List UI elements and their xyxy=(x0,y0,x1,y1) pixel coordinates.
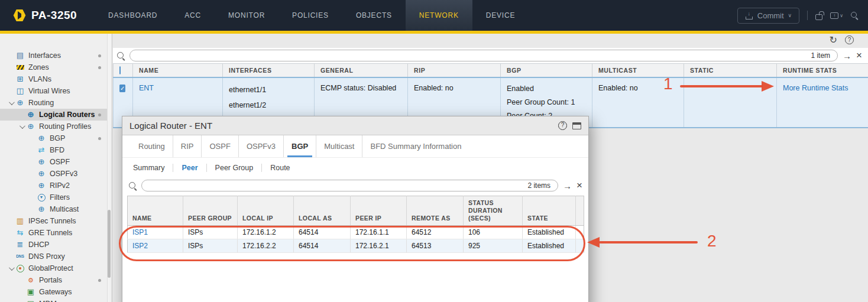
col-header-local-ip[interactable]: LOCAL IP xyxy=(238,196,294,226)
subtab-summary[interactable]: Summary xyxy=(133,164,173,172)
chevron-down-icon[interactable] xyxy=(6,101,15,105)
filter-input[interactable] xyxy=(136,51,811,60)
status-duration-cell: 106 xyxy=(464,226,523,239)
sidebar-item-virtual-wires[interactable]: ◫ Virtual Wires xyxy=(0,85,108,97)
col-header-name[interactable]: NAME xyxy=(128,196,183,226)
select-all-header[interactable] xyxy=(114,64,133,77)
sidebar-item-ospfv3[interactable]: ⊕ OSPFv3 xyxy=(0,168,108,180)
sidebar-item-dhcp[interactable]: ≣ DHCP xyxy=(0,239,108,251)
sidebar-item-gre-tunnels[interactable]: ⇆ GRE Tunnels xyxy=(0,227,108,239)
nav-tab-policies[interactable]: POLICIES xyxy=(278,0,342,31)
more-runtime-stats-link[interactable]: More Runtime Stats xyxy=(783,84,848,92)
router-name-link[interactable]: ENT xyxy=(139,84,154,92)
col-header-runtime-stats[interactable]: RUNTIME STATS xyxy=(777,64,868,77)
peer-row[interactable]: ISP2 ISPs 172.16.2.2 64514 172.16.2.1 64… xyxy=(128,239,584,253)
dialog-tab-bfd-summary[interactable]: BFD Summary Information xyxy=(362,135,469,157)
peer-row[interactable]: ISP1 ISPs 172.16.1.2 64514 172.16.1.1 64… xyxy=(128,226,584,239)
dialog-subtabbar: Summary Peer Peer Group Route xyxy=(122,158,588,177)
select-all-checkbox[interactable] xyxy=(119,66,121,74)
refresh-icon[interactable]: ↻ xyxy=(830,34,837,46)
peer-ip-cell: 172.16.2.1 xyxy=(351,239,407,253)
sidebar-item-interfaces[interactable]: ▤ Interfaces xyxy=(0,50,108,61)
col-header-remote-as[interactable]: REMOTE AS xyxy=(407,196,464,226)
dialog-tab-bgp[interactable]: BGP xyxy=(283,135,316,157)
dialog-filter-pill: 2 items xyxy=(141,180,558,191)
col-header-status-duration[interactable]: STATUS DURATION (SECS) xyxy=(464,196,523,226)
col-header-local-as[interactable]: LOCAL AS xyxy=(294,196,351,226)
nav-tab-device[interactable]: DEVICE xyxy=(472,0,529,31)
sidebar-item-bfd[interactable]: ⇄ BFD xyxy=(0,144,108,156)
nav-tab-objects[interactable]: OBJECTS xyxy=(342,0,406,31)
multicast-cell: Enabled: no xyxy=(592,77,684,128)
status-duration-cell: 925 xyxy=(464,239,523,253)
apply-filter-icon[interactable]: → xyxy=(563,181,572,191)
sidebar-item-globalprotect[interactable]: GlobalProtect xyxy=(0,262,108,274)
col-header-interfaces[interactable]: INTERFACES xyxy=(223,64,315,77)
chevron-down-icon[interactable] xyxy=(17,125,26,129)
dialog-tab-rip[interactable]: RIP xyxy=(173,135,202,157)
nav-tab-monitor[interactable]: MONITOR xyxy=(215,0,278,31)
dialog-tab-routing[interactable]: Routing xyxy=(131,135,173,157)
sidebar-item-ripv2[interactable]: ⊕ RIPv2 xyxy=(0,180,108,191)
col-header-general[interactable]: GENERAL xyxy=(315,64,408,77)
col-header-rip[interactable]: RIP xyxy=(408,64,501,77)
row-checkbox[interactable]: ✓ xyxy=(119,85,125,92)
filter-pill: 1 item xyxy=(129,50,838,61)
ospf-icon: ⊕ xyxy=(37,158,46,166)
col-header-peer-group[interactable]: PEER GROUP xyxy=(183,196,238,226)
col-header-state[interactable]: STATE xyxy=(523,196,576,226)
sidebar-item-logical-routers[interactable]: ⊕ Logical Routers xyxy=(0,109,108,121)
col-header-peer-ip[interactable]: PEER IP xyxy=(351,196,407,226)
dialog-filter-input[interactable] xyxy=(148,181,527,190)
sidebar-item-dns-proxy[interactable]: DNS DNS Proxy xyxy=(0,251,108,262)
sidebar-item-multicast[interactable]: ⊕ Multicast xyxy=(0,203,108,215)
chevron-down-icon[interactable] xyxy=(6,267,15,271)
sidebar-item-bgp[interactable]: ⊕ BGP xyxy=(0,132,108,144)
col-header-name[interactable]: NAME xyxy=(133,64,223,77)
sidebar-item-ospf[interactable]: ⊕ OSPF xyxy=(0,156,108,168)
peer-name-link[interactable]: ISP1 xyxy=(132,228,148,236)
mdm-icon: ▣ xyxy=(26,300,35,302)
col-header-static[interactable]: STATIC xyxy=(684,64,777,77)
remote-as-cell: 64513 xyxy=(407,239,464,253)
clear-filter-icon[interactable]: × xyxy=(576,181,582,190)
sidebar-item-vlans[interactable]: ⊞ VLANs xyxy=(0,73,108,85)
sidebar-item-filters[interactable]: ▼ Filters xyxy=(0,191,108,203)
sidebar-item-portals[interactable]: ⚙ Portals xyxy=(0,274,108,286)
clear-filter-icon[interactable]: × xyxy=(856,51,862,60)
global-search-icon[interactable] xyxy=(851,12,859,20)
help-icon[interactable]: ? xyxy=(845,35,854,44)
subtab-peer-group[interactable]: Peer Group xyxy=(206,164,262,172)
dialog-tab-ospfv3[interactable]: OSPFv3 xyxy=(238,135,283,157)
static-cell xyxy=(684,77,777,128)
commit-button[interactable]: ↓ Commit ∨ xyxy=(737,8,799,24)
sidebar-item-gateways[interactable]: ▣ Gateways xyxy=(0,286,108,298)
dialog-tab-ospf[interactable]: OSPF xyxy=(201,135,238,157)
unlock-icon[interactable] xyxy=(815,14,822,20)
scrollbar-thumb[interactable] xyxy=(108,210,111,278)
filter-bar: 1 item → × xyxy=(113,48,868,63)
col-header-bgp[interactable]: BGP xyxy=(501,64,592,77)
dialog-tabbar: Routing RIP OSPF OSPFv3 BGP Multicast BF… xyxy=(122,135,588,158)
sidebar-item-routing[interactable]: ⊕ Routing xyxy=(0,97,108,109)
device-name: PA-3250 xyxy=(31,9,77,22)
sidebar-scrollbar[interactable] xyxy=(107,34,111,302)
sidebar-item-ipsec-tunnels[interactable]: ▥ IPSec Tunnels xyxy=(0,215,108,227)
dialog-help-icon[interactable]: ? xyxy=(558,121,567,130)
dialog-collapse-icon[interactable] xyxy=(572,122,581,129)
sidebar-item-routing-profiles[interactable]: ⊕ Routing Profiles xyxy=(0,121,108,132)
nav-tab-dashboard[interactable]: DASHBOARD xyxy=(95,0,171,31)
sidebar-item-mdm[interactable]: ▣ MDM xyxy=(0,298,108,302)
dialog-tab-multicast[interactable]: Multicast xyxy=(316,135,362,157)
subtab-route[interactable]: Route xyxy=(261,164,298,172)
subtab-peer[interactable]: Peer xyxy=(173,164,206,172)
nav-tab-network[interactable]: NETWORK xyxy=(406,0,472,31)
changes-indicator-dot xyxy=(98,279,101,282)
local-ip-cell: 172.16.1.2 xyxy=(238,226,294,239)
sidebar-item-zones[interactable]: Zones xyxy=(0,61,108,73)
task-manager-icon[interactable]: ↑∨ xyxy=(830,12,843,19)
nav-tab-acc[interactable]: ACC xyxy=(171,0,215,31)
apply-filter-icon[interactable]: → xyxy=(843,51,851,61)
col-header-multicast[interactable]: MULTICAST xyxy=(592,64,684,77)
peer-name-link[interactable]: ISP2 xyxy=(132,242,148,250)
